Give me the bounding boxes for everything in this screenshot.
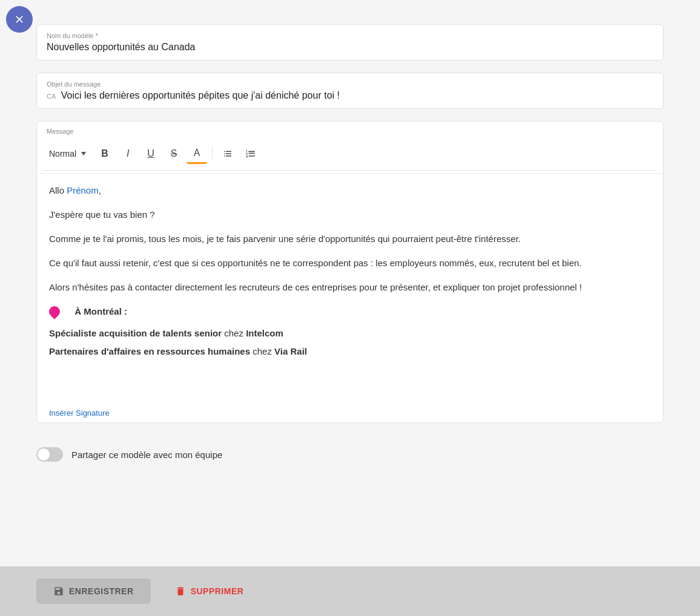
italic-button[interactable]: I	[117, 143, 138, 164]
model-name-value[interactable]: Nouvelles opportunités au Canada	[47, 42, 196, 52]
insert-signature-link[interactable]: Insérer Signature	[37, 404, 663, 422]
job2-line: Partenaires d'affaires en ressources hum…	[49, 344, 651, 359]
subject-box: Objet du message CA Voici les dernières …	[36, 73, 664, 109]
ordered-list-icon	[245, 148, 256, 159]
subject-value-row: CA Voici les dernières opportunités pépi…	[47, 90, 653, 101]
job1-title: Spécialiste acquisition de talents senio…	[49, 328, 222, 338]
name-token: Prénom	[67, 185, 99, 195]
subject-group: Objet du message CA Voici les dernières …	[36, 73, 664, 109]
highlight-button[interactable]: A	[187, 143, 207, 164]
modal-container: Nom du modèle * Nouvelles opportunités a…	[0, 0, 700, 616]
delete-button[interactable]: SUPPRIMER	[163, 578, 256, 604]
delete-icon	[175, 586, 186, 597]
bullet-list-button[interactable]	[217, 143, 238, 164]
close-button[interactable]	[6, 6, 33, 33]
share-toggle[interactable]	[36, 447, 63, 462]
location-pin-icon	[47, 304, 62, 319]
share-label: Partager ce modèle avec mon équipe	[71, 450, 222, 460]
toolbar-separator	[212, 146, 213, 161]
save-button-label: ENREGISTRER	[69, 586, 134, 596]
bold-button[interactable]: B	[94, 143, 115, 164]
subject-value[interactable]: Voici les dernières opportunités pépites…	[61, 90, 340, 100]
line2: Comme je te l'ai promis, tous les mois, …	[49, 232, 651, 246]
model-name-box: Nom du modèle * Nouvelles opportunités a…	[36, 24, 664, 61]
job-listing: Spécialiste acquisition de talents senio…	[49, 326, 651, 359]
job2-title: Partenaires d'affaires en ressources hum…	[49, 346, 250, 356]
toolbar: Normal B I U S A	[43, 137, 657, 171]
bullet-list-icon	[222, 148, 233, 159]
format-select[interactable]: Normal	[43, 145, 92, 162]
save-icon	[53, 586, 64, 597]
job1-company-prefix: chez	[222, 328, 246, 338]
job2-company: Via Rail	[274, 346, 307, 356]
model-name-label: Nom du modèle *	[47, 32, 653, 39]
message-label: Message	[37, 122, 663, 135]
greeting-text: Allo	[49, 185, 67, 195]
location-marker: À Montréal :	[49, 304, 127, 319]
line1: J'espère que tu vas bien ?	[49, 208, 651, 222]
job1-line: Spécialiste acquisition de talents senio…	[49, 326, 651, 341]
save-button[interactable]: ENREGISTRER	[36, 578, 151, 604]
comma: ,	[99, 185, 101, 195]
strikethrough-button[interactable]: S	[163, 143, 184, 164]
job2-company-prefix: chez	[250, 346, 274, 356]
greeting-line: Allo Prénom,	[49, 183, 651, 198]
share-section: Partager ce modèle avec mon équipe	[0, 435, 700, 474]
underline-button[interactable]: U	[140, 143, 161, 164]
footer: ENREGISTRER SUPPRIMER	[0, 566, 700, 616]
subject-prefix: CA	[47, 93, 56, 100]
subject-label: Objet du message	[47, 80, 653, 88]
job1-company: Intelcom	[246, 328, 283, 338]
message-wrapper: Message Normal B I U	[36, 121, 664, 423]
content-area: Nom du modèle * Nouvelles opportunités a…	[0, 0, 700, 435]
chevron-down-icon	[81, 152, 86, 156]
line3: Ce qu'il faut aussi retenir, c'est que s…	[49, 256, 651, 270]
pin-wrapper	[49, 306, 60, 317]
line4: Alors n'hésites pas à contacter directem…	[49, 280, 651, 295]
location-text: À Montréal :	[74, 304, 127, 319]
ordered-list-button[interactable]	[240, 143, 261, 164]
toolbar-wrapper: Normal B I U S A	[37, 135, 663, 174]
model-name-group: Nom du modèle * Nouvelles opportunités a…	[36, 24, 664, 61]
delete-button-label: SUPPRIMER	[191, 586, 244, 596]
close-icon	[13, 13, 25, 25]
message-content[interactable]: Allo Prénom, J'espère que tu vas bien ? …	[37, 174, 663, 404]
